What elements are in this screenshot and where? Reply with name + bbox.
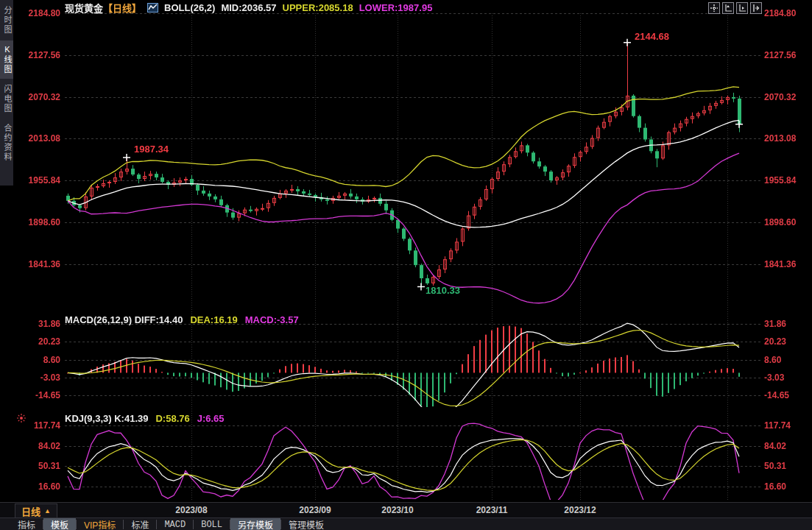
y-axis-label-left: 1955.84 bbox=[13, 176, 60, 186]
symbol-name: 现货黄金【日线】 bbox=[65, 1, 141, 15]
scale-x-axis-icon[interactable] bbox=[736, 2, 748, 14]
boll-upper-value: UPPER:2085.18 bbox=[283, 2, 353, 13]
macd-name: MACD(26,12,9) bbox=[65, 314, 132, 325]
tab-BOLL[interactable]: BOLL bbox=[194, 518, 230, 530]
kdj-header: KDJ(9,3,3) K:41.39 D:58.76 J:6.65 bbox=[65, 413, 225, 424]
tab-MACD[interactable]: MACD bbox=[157, 518, 193, 530]
xaxis-strip: 日线▲ 2023/082023/092023/102023/112023/12 bbox=[0, 502, 812, 517]
price-annotation: 2144.68 bbox=[635, 31, 669, 42]
y-axis-label-right: 31.86 bbox=[764, 319, 810, 329]
scale-y-axis-icon[interactable] bbox=[722, 2, 734, 14]
macd-header: MACD(26,12,9) DIFF:14.40 DEA:16.19 MACD:… bbox=[65, 314, 299, 325]
boll-lower-value: LOWER:1987.95 bbox=[359, 2, 433, 13]
chart-toolbar bbox=[708, 2, 762, 14]
chart-template-icon[interactable] bbox=[147, 3, 158, 13]
y-axis-label-right: 1898.60 bbox=[764, 218, 810, 227]
x-axis-month-label: 2023/09 bbox=[294, 505, 336, 515]
y-axis-label-right: 8.60 bbox=[764, 356, 810, 365]
x-axis-month-label: 2023/10 bbox=[377, 505, 418, 515]
tab-管理模板[interactable]: 管理模板 bbox=[281, 518, 331, 530]
y-axis-label-right: 2184.80 bbox=[764, 9, 810, 18]
move-crosshair-icon[interactable] bbox=[708, 2, 720, 14]
y-axis-label-right: 84.02 bbox=[764, 442, 810, 451]
y-axis-label-left: 1841.36 bbox=[13, 260, 60, 269]
kdj-settings-icon[interactable] bbox=[17, 412, 26, 421]
y-axis-label-right: -3.03 bbox=[764, 373, 810, 383]
macd-macd-value: MACD:-3.57 bbox=[245, 314, 299, 325]
kdj-k-value: K:41.39 bbox=[114, 413, 148, 424]
y-axis-label-right: 50.31 bbox=[764, 462, 810, 471]
y-axis-label-left: 31.86 bbox=[13, 319, 60, 329]
y-axis-label-right: 1955.84 bbox=[764, 176, 810, 186]
y-axis-label-right: 2127.56 bbox=[764, 51, 810, 60]
sidebar-item-1[interactable]: K线图 bbox=[0, 40, 13, 79]
y-axis-label-right: 2013.08 bbox=[764, 134, 810, 144]
y-axis-label-left: 1898.60 bbox=[13, 218, 60, 227]
tab-另存模板[interactable]: 另存模板 bbox=[230, 518, 280, 530]
candlestick-chart[interactable] bbox=[0, 0, 812, 530]
sidebar-item-2[interactable]: 闪电图 bbox=[0, 80, 13, 118]
y-axis-label-right: -14.65 bbox=[764, 391, 810, 400]
y-axis-label-right: 1841.36 bbox=[764, 260, 810, 269]
sidebar-item-3[interactable]: 合约资料 bbox=[0, 119, 13, 166]
y-axis-label-right: 16.60 bbox=[764, 482, 810, 492]
bottom-tabbar: 指标模板VIP指标标准MACDBOLL另存模板管理模板 bbox=[0, 517, 812, 530]
x-axis-month-label: 2023/12 bbox=[559, 505, 601, 515]
x-axis-month-label: 2023/08 bbox=[171, 505, 212, 515]
y-axis-label-left: 2013.08 bbox=[13, 134, 60, 144]
price-annotation: 1810.33 bbox=[426, 285, 460, 296]
kdj-j-value: J:6.65 bbox=[197, 413, 225, 424]
tab-VIP指标[interactable]: VIP指标 bbox=[77, 518, 123, 530]
y-axis-label-left: 84.02 bbox=[13, 442, 60, 451]
y-axis-label-left: 20.23 bbox=[13, 337, 60, 347]
kdj-name: KDJ(9,3,3) bbox=[65, 413, 112, 424]
y-axis-label-left: 2184.80 bbox=[13, 9, 60, 18]
tab-模板[interactable]: 模板 bbox=[43, 518, 76, 530]
y-axis-label-left: -14.65 bbox=[13, 391, 60, 400]
chevron-up-icon: ▲ bbox=[44, 507, 51, 515]
kdj-d-value: D:58.76 bbox=[155, 413, 189, 424]
y-axis-label-left: 2070.32 bbox=[13, 93, 60, 102]
tab-指标[interactable]: 指标 bbox=[10, 518, 43, 530]
boll-label: BOLL(26,2) bbox=[164, 2, 215, 13]
pan-right-icon[interactable] bbox=[750, 2, 762, 14]
trading-app: 分时图K线图闪电图合约资料 现货黄金【日线】 BOLL(26,2) MID:20… bbox=[0, 0, 812, 530]
y-axis-label-left: 16.60 bbox=[13, 482, 60, 492]
chart-type-sidebar: 分时图K线图闪电图合约资料 bbox=[0, 0, 13, 186]
y-axis-label-left: 8.60 bbox=[13, 356, 60, 365]
tab-标准[interactable]: 标准 bbox=[124, 518, 156, 530]
price-annotation: 1987.34 bbox=[134, 144, 169, 155]
y-axis-label-right: 20.23 bbox=[764, 337, 810, 347]
x-axis-month-label: 2023/11 bbox=[471, 505, 512, 515]
y-axis-label-left: 50.31 bbox=[13, 462, 60, 471]
y-axis-label-left: -3.03 bbox=[13, 373, 60, 383]
y-axis-label-right: 117.74 bbox=[764, 421, 810, 431]
y-axis-label-right: 2070.32 bbox=[764, 93, 810, 102]
boll-mid-value: MID:2036.57 bbox=[221, 2, 276, 13]
period-selector-button[interactable]: 日线▲ bbox=[15, 504, 57, 518]
sidebar-item-0[interactable]: 分时图 bbox=[0, 1, 13, 39]
macd-diff-value: DIFF:14.40 bbox=[135, 314, 183, 325]
chart-title-bar: 现货黄金【日线】 BOLL(26,2) MID:2036.57 UPPER:20… bbox=[65, 1, 432, 13]
macd-dea-value: DEA:16.19 bbox=[190, 314, 237, 325]
y-axis-label-left: 2127.56 bbox=[13, 51, 60, 60]
